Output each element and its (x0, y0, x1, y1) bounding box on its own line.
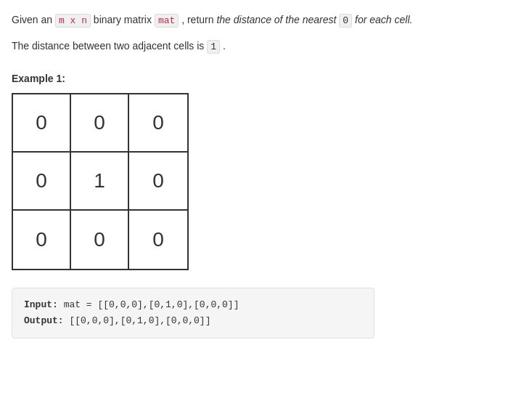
cell-0-1: 0 (71, 94, 129, 153)
one-code: 1 (207, 40, 220, 54)
description-prefix: Given an (12, 14, 52, 25)
output-label: Output: (24, 315, 64, 326)
distance-note-prefix: The distance between two adjacent cells … (12, 40, 207, 52)
cell-2-0: 0 (13, 211, 71, 269)
distance-note: The distance between two adjacent cells … (12, 38, 520, 55)
mat-code: mat (155, 14, 179, 28)
output-line: Output: [[0,0,0],[0,1,0],[0,0,0]] (24, 313, 362, 329)
description-italic: the distance of the nearest (216, 14, 339, 25)
matrix-row-0: 0 0 0 (13, 94, 187, 153)
matrix-row-2: 0 0 0 (13, 211, 187, 269)
cell-0-0: 0 (13, 94, 71, 153)
cell-0-2: 0 (129, 94, 187, 153)
description-middle1: binary matrix (94, 14, 155, 25)
example1-label: Example 1: (12, 73, 520, 84)
zero-code: 0 (339, 14, 352, 28)
distance-note-suffix: . (223, 40, 226, 52)
cell-1-0: 0 (13, 153, 71, 211)
input-line: Input: mat = [[0,0,0],[0,1,0],[0,0,0]] (24, 297, 362, 313)
output-value: [[0,0,0],[0,1,0],[0,0,0]] (69, 315, 210, 326)
description-middle2: , return (181, 14, 216, 25)
mn-code: m x n (55, 14, 91, 28)
description-italic-end: for each cell. (355, 14, 412, 25)
input-output-block: Input: mat = [[0,0,0],[0,1,0],[0,0,0]] O… (12, 288, 375, 339)
cell-2-1: 0 (71, 211, 129, 269)
cell-2-2: 0 (129, 211, 187, 269)
input-label: Input: (24, 299, 58, 310)
example1-section: Example 1: 0 0 0 0 1 0 0 0 0 Input: mat … (12, 73, 520, 339)
problem-description: Given an m x n binary matrix mat , retur… (12, 12, 520, 29)
cell-1-1: 1 (71, 153, 129, 211)
matrix-row-1: 0 1 0 (13, 153, 187, 211)
input-value: mat = [[0,0,0],[0,1,0],[0,0,0]] (64, 299, 240, 310)
matrix-grid: 0 0 0 0 1 0 0 0 0 (12, 93, 189, 270)
cell-1-2: 0 (129, 153, 187, 211)
